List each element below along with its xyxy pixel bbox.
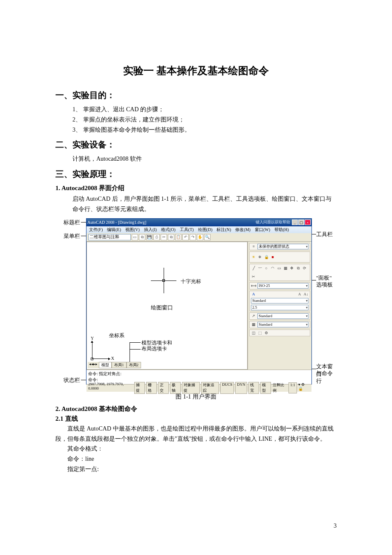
layer-freeze-icon[interactable]: ❄ xyxy=(257,254,262,260)
status-lwt[interactable]: 线宽 xyxy=(248,382,259,394)
menu-tools[interactable]: 工具(T) xyxy=(180,227,194,233)
zoom-icon[interactable]: 🔍 xyxy=(204,234,210,240)
panel-misc-row[interactable]: ◫ ⬚ ⚙ xyxy=(249,330,310,336)
status-ducs[interactable]: DUCS xyxy=(220,382,234,394)
rect-icon[interactable]: ▭ xyxy=(277,266,282,271)
dimstyle-dropdown[interactable]: ISO-25 xyxy=(257,283,308,289)
label-crosshair: 十字光标 xyxy=(181,278,201,285)
leader-icon[interactable]: ↗ xyxy=(251,313,256,318)
goal-item-1: 1、 掌握进入、退出 CAD 的步骤； xyxy=(72,104,337,115)
cut-icon[interactable]: ✂ xyxy=(161,234,167,240)
cmdline-text-1: 命令: 指定对角点: xyxy=(88,371,310,377)
label-titlebar: 标题栏 xyxy=(55,219,80,226)
max-icon[interactable]: ▢ xyxy=(298,220,304,225)
panel-leader-row[interactable]: ↗ Standard xyxy=(249,312,310,320)
tab-layout1[interactable]: 布局1 xyxy=(112,362,127,368)
xref-icon[interactable]: ⬚ xyxy=(257,330,262,335)
menu-insert[interactable]: 插入(I) xyxy=(144,227,157,233)
rotate-icon[interactable]: ⟳ xyxy=(302,266,307,271)
textstyle-dropdown[interactable]: Standard xyxy=(251,298,308,304)
undo-icon[interactable]: ↶ xyxy=(182,234,189,240)
menu-file[interactable]: 文件(F) xyxy=(89,227,103,233)
cad-tabs[interactable]: ◂◂▸▸ 模型 布局1 布局2 xyxy=(88,362,141,368)
menu-window[interactable]: 窗口(W) xyxy=(255,227,270,233)
menu-draw[interactable]: 绘图(D) xyxy=(198,227,213,233)
status-scale[interactable]: 1:1 xyxy=(288,382,297,393)
menu-modify[interactable]: 修改(M) xyxy=(235,227,251,233)
tablestyle-dropdown[interactable]: Standard xyxy=(257,322,308,327)
panel-layer-row[interactable]: ≡ 未保存的图层状态 xyxy=(249,243,310,250)
text-icon[interactable]: A xyxy=(251,292,256,297)
layer-sun-icon[interactable]: ☀ xyxy=(251,254,256,260)
layer-color-icon[interactable]: ■ xyxy=(270,254,275,260)
status-tools-icon[interactable]: ▾ ⚙ 🔒 xyxy=(298,382,310,393)
label-statusbar: 状态栏 xyxy=(55,376,80,384)
save-icon[interactable]: 💾 xyxy=(146,234,153,240)
min-icon[interactable]: _ xyxy=(292,220,298,225)
panel-dim-row[interactable]: ⟷ ISO-25 xyxy=(249,282,310,289)
panel-table-row[interactable]: ▦ Standard xyxy=(249,321,310,328)
dim-icon[interactable]: ⟷ xyxy=(251,283,256,288)
move-icon[interactable]: ✥ xyxy=(289,266,294,271)
status-grid[interactable]: 栅格 xyxy=(146,382,157,394)
props-icon[interactable]: ⚙ xyxy=(264,330,269,335)
layer-lock-icon[interactable]: 🔒 xyxy=(264,254,269,260)
menu-view[interactable]: 视图(V) xyxy=(125,227,140,233)
menu-edit[interactable]: 编辑(E) xyxy=(107,227,121,233)
status-otrack[interactable]: 对象追踪 xyxy=(201,382,219,394)
status-ortho[interactable]: 正交 xyxy=(158,382,169,394)
line-cmd-format-2: 命令：line xyxy=(55,454,337,464)
new-icon[interactable]: ▭ xyxy=(132,234,138,240)
status-dyn[interactable]: DYN xyxy=(235,382,247,394)
menu-format[interactable]: 格式(O) xyxy=(161,227,176,233)
layer-state-dropdown[interactable]: 未保存的图层状态 xyxy=(257,244,308,249)
panel-text-row[interactable]: A A A↓ Standard 2.5 xyxy=(249,291,310,311)
status-osnap[interactable]: 对象捕捉 xyxy=(182,382,200,394)
pan-icon[interactable]: ✋ xyxy=(197,234,203,240)
ptr-line xyxy=(130,349,141,350)
workspace-dropdown[interactable]: 二维草图与注释 xyxy=(88,234,131,240)
cad-drawing-area[interactable]: 十字光标 绘图窗口 坐标系 模型选项卡和 布局选项卡 xyxy=(86,242,248,370)
layer-icon[interactable]: ≡ xyxy=(251,244,256,249)
redo-icon[interactable]: ↷ xyxy=(190,234,196,240)
menu-dim[interactable]: 标注(N) xyxy=(216,227,231,233)
ptr-line xyxy=(312,369,316,369)
mtext-icon[interactable]: A xyxy=(297,292,302,297)
menu-help[interactable]: 帮助(H) xyxy=(274,227,289,233)
label-canvas: 绘图窗口 xyxy=(151,304,173,312)
hatch-icon[interactable]: ▦ xyxy=(283,266,288,271)
label-toolbar: 工具栏 xyxy=(316,231,333,238)
cad-toolbar[interactable]: 二维草图与注释 ▭ ⧉ 💾 ⎙ ✂ ⧉ 📋 ↶ ↷ ✋ 🔍 xyxy=(86,233,311,242)
ptr-line xyxy=(81,222,86,223)
panel-layer-tools[interactable]: ☀ ❄ 🔒 ■ xyxy=(249,251,310,263)
arc-icon[interactable]: ◠ xyxy=(270,266,275,271)
label-cmdwin-2: 与命令行 xyxy=(316,370,337,385)
panel-draw-tools[interactable]: ╱ 〰 ○ ◠ ▭ ▦ ✥ ⧉ ⟳ ✂ xyxy=(249,264,310,281)
table-icon[interactable]: ▦ xyxy=(251,322,256,327)
cad-panel[interactable]: ≡ 未保存的图层状态 ☀ ❄ 🔒 ■ ╱ 〰 ○ ◠ ▭ xyxy=(248,242,311,370)
open-icon[interactable]: ⧉ xyxy=(139,234,145,240)
copy-icon[interactable]: ⧉ xyxy=(296,266,301,271)
status-polar[interactable]: 极轴 xyxy=(170,382,181,394)
textsize-dropdown[interactable]: 2.5 xyxy=(251,305,308,310)
print-icon[interactable]: ⎙ xyxy=(153,234,160,240)
line-icon[interactable]: ╱ xyxy=(251,266,256,271)
status-snap[interactable]: 捕捉 xyxy=(134,382,145,394)
paste-icon[interactable]: 📋 xyxy=(175,234,182,240)
cad-menubar[interactable]: 文件(F) 编辑(E) 视图(V) 插入(I) 格式(O) 工具(T) 绘图(D… xyxy=(86,226,311,233)
status-model[interactable]: 模型 xyxy=(260,382,271,394)
circle-icon[interactable]: ○ xyxy=(264,266,269,271)
trim-icon[interactable]: ✂ xyxy=(251,274,256,279)
cad-statusbar[interactable]: 2907.7998, 1979.7970, 0.0000 捕捉 栅格 正交 极轴… xyxy=(86,384,311,392)
leaderstyle-dropdown[interactable]: Standard xyxy=(257,313,308,319)
ptr-line xyxy=(312,234,316,234)
tab-layout2[interactable]: 布局2 xyxy=(127,362,141,368)
status-coords: 2907.7998, 1979.7970, 0.0000 xyxy=(88,382,133,394)
tab-model[interactable]: 模型 xyxy=(99,362,112,368)
polyline-icon[interactable]: 〰 xyxy=(257,266,262,271)
close-icon[interactable]: × xyxy=(305,220,311,225)
text-style-icon[interactable]: A↓ xyxy=(303,292,308,297)
block-icon[interactable]: ◫ xyxy=(251,330,256,335)
cad-titlebar[interactable]: AutoCAD 2008 - [Drawing1.dwg] 键入问题以获取帮助 … xyxy=(86,219,311,226)
copy-icon[interactable]: ⧉ xyxy=(168,234,174,240)
